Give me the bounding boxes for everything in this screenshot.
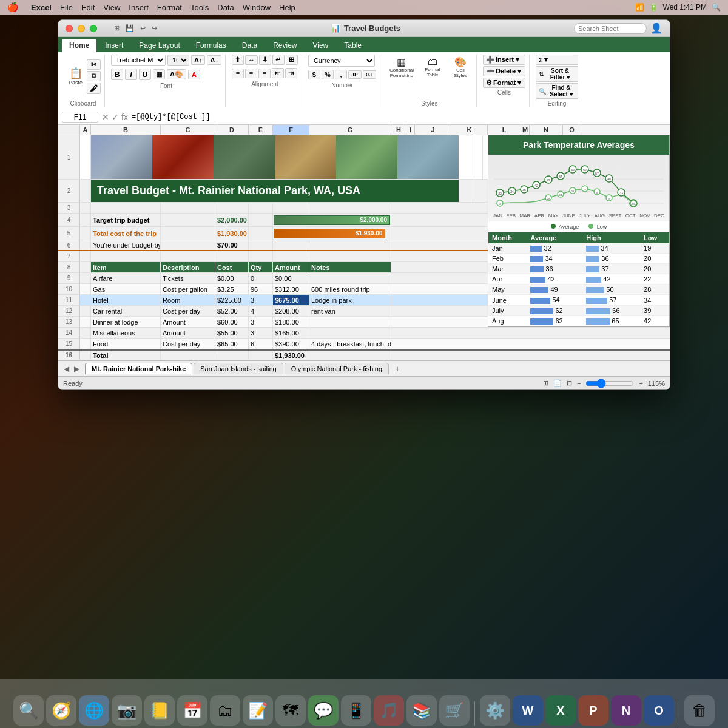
- cell-d3[interactable]: [215, 203, 249, 213]
- dock-music[interactable]: 🎵: [374, 695, 404, 726]
- cell-b15-item[interactable]: Food: [91, 339, 161, 349]
- merge-button[interactable]: ⊞: [286, 55, 298, 65]
- cell-b9-item[interactable]: Airfare: [91, 273, 161, 283]
- cell-e7[interactable]: [249, 251, 273, 261]
- col-header-a[interactable]: A: [80, 125, 91, 135]
- cell-b13-item[interactable]: Dinner at lodge: [91, 317, 161, 327]
- cell-c13-desc[interactable]: Amount: [161, 317, 215, 327]
- menu-help[interactable]: Help: [279, 3, 295, 12]
- cell-e6[interactable]: [249, 240, 273, 250]
- cell-e3[interactable]: [249, 203, 273, 213]
- menu-insert[interactable]: Insert: [129, 3, 149, 12]
- dock-calendar[interactable]: 📅: [177, 695, 207, 726]
- cell-d13-cost[interactable]: $60.00: [215, 317, 249, 327]
- cell-g14-notes[interactable]: [309, 328, 391, 338]
- save-icon[interactable]: 💾: [126, 24, 134, 32]
- apple-logo-icon[interactable]: 🍎: [7, 2, 19, 13]
- col-header-g[interactable]: G: [309, 125, 391, 135]
- dock-word[interactable]: W: [513, 695, 543, 726]
- close-button[interactable]: [66, 25, 73, 32]
- font-color-button[interactable]: A: [188, 70, 200, 79]
- cell-f6[interactable]: [273, 240, 309, 250]
- col-header-n[interactable]: N: [530, 125, 563, 135]
- dock-files[interactable]: 🗂: [210, 695, 240, 726]
- cell-a4[interactable]: [80, 214, 91, 226]
- align-left-button[interactable]: ≡: [232, 69, 244, 78]
- dock-outlook[interactable]: O: [644, 695, 674, 726]
- cell-c16[interactable]: [161, 351, 215, 360]
- cell-d11-cost[interactable]: $225.00: [215, 295, 249, 305]
- dock-launchpad[interactable]: 🧭: [46, 695, 76, 726]
- col-header-m[interactable]: M: [521, 125, 530, 135]
- cell-g10-notes[interactable]: 600 miles round trip: [309, 284, 391, 294]
- cell-e16[interactable]: [249, 351, 273, 360]
- cell-b10-item[interactable]: Gas: [91, 284, 161, 294]
- undo-icon[interactable]: ↩: [140, 24, 146, 32]
- zoom-increase-button[interactable]: +: [639, 380, 642, 387]
- delete-cells-button[interactable]: ➖ Delete ▾: [483, 66, 525, 76]
- cell-a10[interactable]: [80, 284, 91, 294]
- align-bottom-button[interactable]: ⬇: [259, 55, 271, 65]
- redo-icon[interactable]: ↪: [152, 24, 157, 32]
- cell-c9-desc[interactable]: Tickets: [161, 273, 215, 283]
- tab-review[interactable]: Review: [266, 39, 304, 52]
- cell-d9-cost[interactable]: $0.00: [215, 273, 249, 283]
- align-center-button[interactable]: ≡: [245, 69, 257, 78]
- cell-e15-qty[interactable]: 6: [249, 339, 273, 349]
- tab-view[interactable]: View: [305, 39, 335, 52]
- dock-maps[interactable]: 🗺: [275, 695, 306, 726]
- dock-photos[interactable]: 📷: [112, 695, 142, 726]
- cell-f9-amount[interactable]: $0.00: [273, 273, 309, 283]
- cell-e5[interactable]: [249, 227, 273, 240]
- cell-a8[interactable]: [80, 262, 91, 272]
- tab-insert[interactable]: Insert: [98, 39, 130, 52]
- cell-e10-qty[interactable]: 96: [249, 284, 273, 294]
- share-icon[interactable]: 👤: [650, 22, 662, 34]
- cell-c7[interactable]: [161, 251, 215, 261]
- cell-b3[interactable]: [91, 203, 161, 213]
- menu-format[interactable]: Format: [157, 3, 182, 12]
- col-header-o[interactable]: O: [563, 125, 581, 135]
- find-select-button[interactable]: 🔍 Find & Select ▾: [536, 83, 578, 99]
- cell-g6[interactable]: [309, 240, 391, 250]
- dock-onenote[interactable]: N: [611, 695, 641, 726]
- cell-h2[interactable]: [459, 180, 474, 202]
- cell-f12-amount[interactable]: $208.00: [273, 306, 309, 316]
- cell-f14-amount[interactable]: $165.00: [273, 328, 309, 338]
- col-header-e[interactable]: E: [249, 125, 273, 135]
- dock-facetime[interactable]: 📱: [341, 695, 371, 726]
- tab-home[interactable]: Home: [62, 39, 96, 52]
- align-top-button[interactable]: ⬆: [232, 55, 244, 65]
- tab-data[interactable]: Data: [235, 39, 265, 52]
- cell-e11-qty[interactable]: 3: [249, 295, 273, 305]
- cell-g7[interactable]: [309, 251, 391, 261]
- align-middle-button[interactable]: ↔: [245, 55, 258, 65]
- cell-c3[interactable]: [161, 203, 215, 213]
- font-name-select[interactable]: Trebuchet M...: [111, 55, 166, 66]
- bold-button[interactable]: B: [111, 69, 123, 80]
- cell-a13[interactable]: [80, 317, 91, 327]
- cell-e13-qty[interactable]: 3: [249, 317, 273, 327]
- confirm-formula-icon[interactable]: ✓: [112, 112, 119, 122]
- tab-olympic[interactable]: Olympic National Park - fishing: [285, 363, 389, 374]
- search-input[interactable]: [574, 23, 647, 34]
- dock-safari[interactable]: 🌐: [79, 695, 109, 726]
- cell-f11-amount[interactable]: $675.00: [273, 295, 309, 305]
- formula-input[interactable]: [132, 113, 666, 121]
- decrease-decimal-button[interactable]: 0.↓: [363, 70, 376, 79]
- cell-f10-amount[interactable]: $312.00: [273, 284, 309, 294]
- increase-decimal-button[interactable]: .0↑: [348, 70, 362, 79]
- zoom-decrease-button[interactable]: −: [577, 380, 581, 387]
- cell-g13-notes[interactable]: [309, 317, 391, 327]
- cell-f7[interactable]: [273, 251, 309, 261]
- currency-button[interactable]: $: [308, 70, 320, 79]
- tab-formulas[interactable]: Formulas: [189, 39, 234, 52]
- dock-messages[interactable]: 💬: [308, 695, 339, 726]
- tab-rainier[interactable]: Mt. Rainier National Park-hike: [85, 363, 192, 374]
- autosum-button[interactable]: Σ ▾: [536, 55, 578, 65]
- cell-c12-desc[interactable]: Cost per day: [161, 306, 215, 316]
- dock-powerpoint[interactable]: P: [578, 695, 608, 726]
- increase-indent-button[interactable]: ⇥: [285, 68, 297, 78]
- cell-g15-notes[interactable]: 4 days - breakfast, lunch, dinner: [309, 339, 391, 349]
- sort-filter-button[interactable]: ⇅ Sort & Filter ▾: [536, 66, 578, 82]
